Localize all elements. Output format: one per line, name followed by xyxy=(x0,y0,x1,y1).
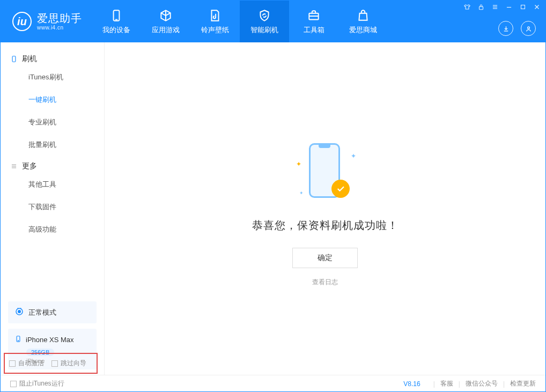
sidebar-group-more: 更多 xyxy=(1,156,104,173)
sparkle-icon: ✦ xyxy=(296,160,301,168)
success-message: 恭喜您，保资料刷机成功啦！ xyxy=(252,218,399,233)
checkbox-icon xyxy=(10,381,17,387)
app-title: 爱思助手 xyxy=(37,12,82,25)
header: iu 爱思助手 www.i4.cn 我的设备 应用游戏 铃声壁纸 智能刷机 工具… xyxy=(1,1,545,42)
checkbox-icon xyxy=(51,360,58,367)
device-name: iPhone XS Max xyxy=(26,336,74,344)
sidebar-item-batch-flash[interactable]: 批量刷机 xyxy=(1,134,104,156)
nav-label: 我的设备 xyxy=(102,25,130,35)
phone-icon xyxy=(109,9,123,23)
version-label: V8.16 xyxy=(403,380,420,388)
checkbox-label: 阻止iTunes运行 xyxy=(19,379,64,388)
main-panel: ✦ ✦ ✦ 恭喜您，保资料刷机成功啦！ 确定 查看日志 xyxy=(105,42,545,375)
sidebar-item-other-tools[interactable]: 其他工具 xyxy=(1,173,104,196)
nav-flash[interactable]: 智能刷机 xyxy=(240,1,289,42)
check-circle-icon xyxy=(331,180,350,198)
menu-icon[interactable] xyxy=(491,3,499,11)
nav-label: 智能刷机 xyxy=(250,25,278,35)
view-log-link[interactable]: 查看日志 xyxy=(312,278,338,287)
sidebar-group-label: 刷机 xyxy=(22,54,37,64)
lock-icon[interactable] xyxy=(477,3,485,11)
status-bar: 阻止iTunes运行 V8.16 | 客服 | 微信公众号 | 检查更新 xyxy=(1,375,545,392)
close-button[interactable] xyxy=(533,3,541,11)
briefcase-icon xyxy=(307,9,321,23)
sidebar-group-flash: 刷机 xyxy=(1,49,104,66)
maximize-button[interactable] xyxy=(519,3,527,11)
checkbox-icon xyxy=(9,360,16,367)
ok-button[interactable]: 确定 xyxy=(292,248,358,268)
check-update-link[interactable]: 检查更新 xyxy=(510,379,536,388)
nav-label: 爱思商城 xyxy=(349,25,377,35)
nav-apps[interactable]: 应用游戏 xyxy=(141,1,190,42)
checkbox-auto-activate[interactable]: 自动激活 xyxy=(9,359,44,368)
sidebar-footer-highlighted: 自动激活 跳过向导 xyxy=(4,353,98,374)
svg-rect-8 xyxy=(521,5,525,9)
support-link[interactable]: 客服 xyxy=(440,379,453,388)
svg-point-17 xyxy=(18,310,21,313)
music-file-icon xyxy=(208,9,222,23)
device-mode-label: 正常模式 xyxy=(28,308,56,317)
nav-label: 工具箱 xyxy=(304,25,324,35)
logo-icon: iu xyxy=(12,12,32,31)
list-icon xyxy=(10,162,18,170)
cube-icon xyxy=(159,9,173,23)
nav-store[interactable]: 爱思商城 xyxy=(338,1,388,42)
download-button[interactable] xyxy=(498,21,513,36)
checkbox-label: 自动激活 xyxy=(18,359,44,368)
checkbox-label: 跳过向导 xyxy=(61,359,86,368)
sparkle-icon: ✦ xyxy=(351,152,356,160)
sparkle-icon: ✦ xyxy=(299,190,304,196)
svg-rect-3 xyxy=(479,6,483,9)
sidebar: 刷机 iTunes刷机 一键刷机 专业刷机 批量刷机 更多 其他工具 下载固件 … xyxy=(1,42,105,375)
nav-toolbox[interactable]: 工具箱 xyxy=(289,1,338,42)
sidebar-item-one-click-flash[interactable]: 一键刷机 xyxy=(1,88,104,111)
window-controls xyxy=(463,3,541,11)
tshirt-icon[interactable] xyxy=(463,3,471,11)
logo-area[interactable]: iu 爱思助手 www.i4.cn xyxy=(1,1,92,42)
device-phone-icon xyxy=(14,334,22,345)
nav-label: 铃声壁纸 xyxy=(201,25,229,35)
success-illustration: ✦ ✦ ✦ xyxy=(293,139,357,203)
sidebar-item-itunes-flash[interactable]: iTunes刷机 xyxy=(1,66,104,88)
wechat-link[interactable]: 微信公众号 xyxy=(466,379,498,388)
device-mode-box[interactable]: 正常模式 xyxy=(8,301,97,323)
user-button[interactable] xyxy=(521,21,536,36)
bag-icon xyxy=(356,9,370,23)
nav-label: 应用游戏 xyxy=(152,25,180,35)
sidebar-item-download-firmware[interactable]: 下载固件 xyxy=(1,196,104,218)
top-nav: 我的设备 应用游戏 铃声壁纸 智能刷机 工具箱 爱思商城 xyxy=(92,1,388,42)
normal-mode-icon xyxy=(14,307,24,318)
nav-ringtones[interactable]: 铃声壁纸 xyxy=(190,1,240,42)
app-subtitle: www.i4.cn xyxy=(37,25,82,31)
svg-point-11 xyxy=(527,26,529,28)
header-actions xyxy=(498,21,536,36)
phone-small-icon xyxy=(10,55,18,63)
checkbox-skip-guide[interactable]: 跳过向导 xyxy=(51,359,86,368)
sidebar-item-advanced[interactable]: 高级功能 xyxy=(1,218,104,241)
sidebar-item-pro-flash[interactable]: 专业刷机 xyxy=(1,111,104,134)
minimize-button[interactable] xyxy=(505,3,513,11)
svg-rect-12 xyxy=(12,56,16,62)
checkbox-block-itunes[interactable]: 阻止iTunes运行 xyxy=(10,379,64,388)
svg-point-19 xyxy=(18,341,18,341)
sidebar-group-label: 更多 xyxy=(22,161,37,171)
nav-my-device[interactable]: 我的设备 xyxy=(92,1,141,42)
shield-refresh-icon xyxy=(257,9,271,23)
